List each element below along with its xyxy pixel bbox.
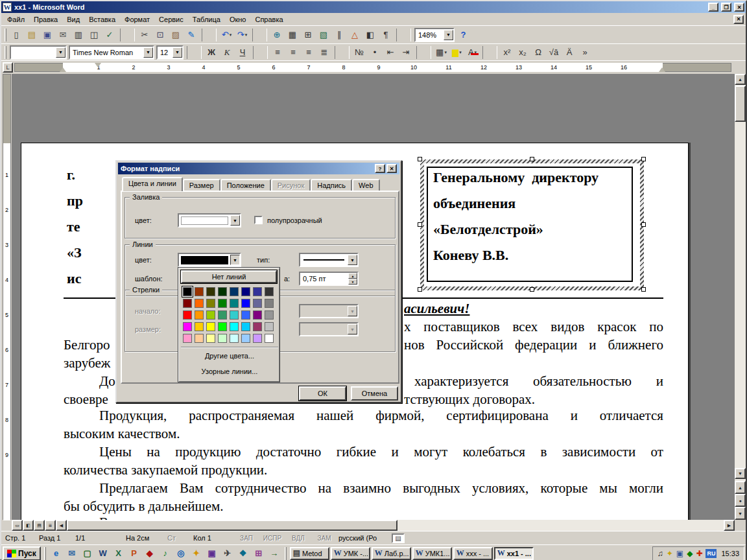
color-swatch[interactable]: [218, 299, 227, 308]
taskbar-task-button[interactable]: W УМК1...: [412, 547, 452, 560]
tray-icon-2[interactable]: ✦: [667, 549, 673, 558]
quick-launch-icon-10[interactable]: ✦: [189, 547, 204, 560]
start-button[interactable]: Пуск: [3, 546, 41, 560]
color-swatch[interactable]: [265, 287, 274, 296]
borders-button[interactable]: ▦▾: [434, 45, 449, 60]
color-swatch[interactable]: [206, 310, 215, 320]
insert-symbol-button[interactable]: Ω: [531, 45, 546, 60]
color-swatch[interactable]: [218, 334, 227, 343]
arrow-end-combo[interactable]: ▼: [299, 304, 359, 318]
email-button[interactable]: ✉: [56, 28, 71, 42]
tray-icon-3[interactable]: ▣: [676, 549, 683, 558]
menu-item[interactable]: Формат: [120, 14, 154, 25]
save-button[interactable]: ▣: [40, 28, 55, 42]
quick-launch-show-desktop[interactable]: ▢: [80, 547, 95, 560]
color-swatch[interactable]: [230, 299, 239, 308]
minimize-button[interactable]: _: [708, 3, 718, 12]
chevron-down-icon[interactable]: ▼: [230, 215, 240, 226]
increase-indent-button[interactable]: ⇥: [399, 45, 414, 60]
arrow-end-size-combo[interactable]: ▼: [299, 322, 359, 336]
color-swatch[interactable]: [241, 287, 250, 296]
textbox-handle[interactable]: [418, 222, 422, 227]
new-document-button[interactable]: ▯: [9, 28, 24, 42]
patterned-lines-item[interactable]: Узорные линии...: [178, 365, 281, 378]
right-indent-marker[interactable]: [659, 67, 665, 72]
color-swatch[interactable]: [241, 310, 250, 320]
spinner-down-icon[interactable]: ▼: [348, 279, 357, 285]
document-map-button[interactable]: ◧: [363, 28, 378, 42]
print-preview-button[interactable]: ◫: [87, 28, 102, 42]
next-page-button[interactable]: ▼: [735, 507, 746, 520]
taskbar-task-button[interactable]: W Лаб.р...: [372, 547, 411, 560]
dialog-help-button[interactable]: ?: [375, 164, 385, 173]
taskbar-grip[interactable]: [44, 547, 46, 560]
menu-item[interactable]: Сервис: [154, 14, 188, 25]
chevron-down-icon[interactable]: ▼: [444, 30, 453, 40]
show-marks-button[interactable]: ¶: [379, 28, 394, 42]
textbox-handle[interactable]: [418, 157, 422, 161]
scroll-left-button[interactable]: ◀: [56, 520, 67, 531]
font-size-combo[interactable]: 12 ▼: [156, 45, 184, 60]
color-swatch[interactable]: [218, 310, 227, 320]
quick-launch-icon-13[interactable]: ❖: [236, 547, 250, 560]
color-swatch[interactable]: [230, 287, 239, 296]
tray-icon-5[interactable]: ✚: [696, 549, 702, 558]
align-center-button[interactable]: ≡: [286, 45, 301, 60]
textbox-handle[interactable]: [530, 287, 534, 292]
horizontal-scroll-thumb[interactable]: [67, 520, 397, 531]
color-swatch[interactable]: [218, 287, 227, 296]
decrease-indent-button[interactable]: ⇤: [383, 45, 398, 60]
insert-excel-button[interactable]: ▧: [316, 28, 331, 42]
columns-button[interactable]: ∥: [332, 28, 347, 42]
quick-launch-icon-11[interactable]: ▣: [205, 547, 219, 560]
color-swatch[interactable]: [183, 287, 192, 296]
italic-button[interactable]: К: [220, 45, 235, 60]
dialog-tab[interactable]: Надпись: [311, 179, 352, 191]
zoom-combo[interactable]: 148% ▼: [414, 28, 455, 42]
toolbar-grip[interactable]: [5, 46, 6, 59]
color-swatch[interactable]: [265, 322, 274, 331]
textbox-handle[interactable]: [641, 287, 646, 292]
dialog-close-button[interactable]: ✕: [386, 164, 397, 173]
menu-item[interactable]: Вид: [62, 14, 84, 25]
color-swatch[interactable]: [265, 334, 274, 343]
color-swatch[interactable]: [218, 322, 227, 331]
normal-view-button[interactable]: ▭: [12, 520, 23, 531]
more-buttons-chevron[interactable]: »: [578, 45, 593, 60]
status-mode-toggle[interactable]: ВДЛ: [285, 535, 311, 542]
color-swatch[interactable]: [183, 299, 192, 308]
drawing-button[interactable]: △: [348, 28, 362, 42]
status-mode-toggle[interactable]: ЗАМ: [311, 535, 337, 542]
quick-launch-internet-explorer[interactable]: e: [49, 547, 64, 560]
status-mode-toggle[interactable]: ЗАП: [233, 535, 259, 542]
subscript-button[interactable]: x₂: [516, 45, 530, 60]
color-swatch[interactable]: [183, 322, 192, 331]
highlight-button[interactable]: ▆▾: [449, 45, 464, 60]
color-swatch[interactable]: [183, 310, 192, 320]
dialog-tab[interactable]: Web: [352, 179, 379, 191]
color-swatch[interactable]: [206, 287, 215, 296]
quick-launch-icon-9[interactable]: ◎: [174, 547, 188, 560]
volume-icon[interactable]: ♫: [658, 549, 663, 558]
color-swatch[interactable]: [183, 334, 192, 343]
scroll-down-button[interactable]: ▼: [735, 468, 746, 479]
quick-launch-icon-8[interactable]: ♪: [158, 547, 172, 560]
color-swatch[interactable]: [265, 299, 274, 308]
quick-launch-outlook-express[interactable]: ✉: [65, 547, 79, 560]
insert-hyperlink-button[interactable]: ⊕: [270, 28, 285, 42]
equation-button[interactable]: √ā: [547, 45, 562, 60]
no-lines-button[interactable]: Нет линий: [181, 270, 277, 283]
quick-launch-icon-14[interactable]: ⊞: [252, 547, 266, 560]
ok-button[interactable]: ОК: [299, 386, 346, 401]
format-painter-button[interactable]: ✎: [184, 28, 199, 42]
first-line-indent-marker[interactable]: [95, 63, 101, 67]
justify-button[interactable]: ≣: [317, 45, 332, 60]
color-swatch[interactable]: [230, 322, 239, 331]
horizontal-scrollbar[interactable]: ▭ ◧ ▤ ≣ ◀ ▶: [12, 520, 735, 531]
line-type-combo[interactable]: ▼: [299, 253, 359, 267]
bullets-button[interactable]: •: [368, 45, 383, 60]
font-color-button[interactable]: А▾: [465, 45, 480, 60]
color-swatch[interactable]: [253, 287, 262, 296]
letters-button[interactable]: Ä: [562, 45, 577, 60]
outline-view-button[interactable]: ≣: [45, 520, 56, 531]
